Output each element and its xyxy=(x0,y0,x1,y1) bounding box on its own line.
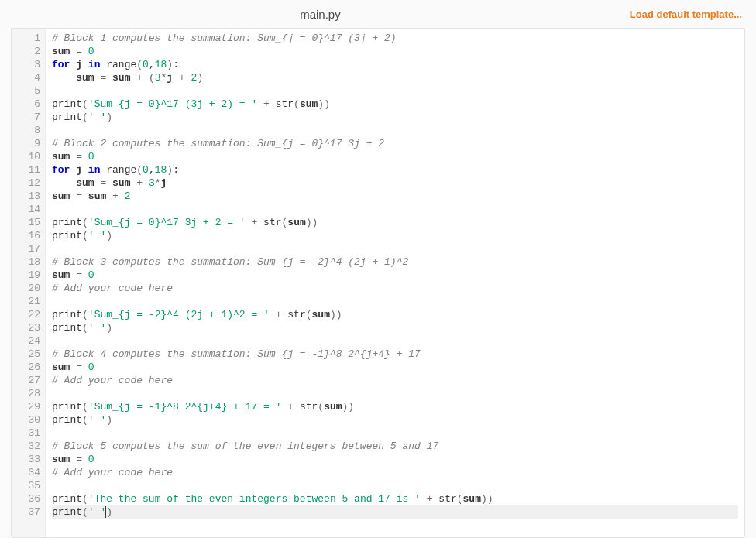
line-number: 37 xyxy=(19,505,40,519)
line-number: 32 xyxy=(19,440,40,453)
paren-token: ) xyxy=(167,164,173,176)
code-line[interactable] xyxy=(52,334,738,348)
line-number: 25 xyxy=(19,348,40,361)
code-line[interactable]: # Block 3 computes the summation: Sum_{j… xyxy=(52,255,738,269)
plain-token: : xyxy=(173,59,179,70)
code-line[interactable]: sum = 0 xyxy=(52,150,738,163)
paren-token: ( xyxy=(318,401,324,413)
code-line[interactable] xyxy=(52,124,738,137)
paren-token: ) xyxy=(106,230,112,242)
code-line[interactable]: print('The the sum of the even integers … xyxy=(52,492,738,505)
code-line[interactable]: # Block 1 computes the summation: Sum_{j… xyxy=(52,32,738,45)
paren-token: ( xyxy=(136,164,143,176)
line-number: 28 xyxy=(19,387,40,400)
func-token: print xyxy=(52,309,82,320)
code-line[interactable]: # Block 2 computes the summation: Sum_{j… xyxy=(52,137,738,150)
line-number: 29 xyxy=(19,400,40,413)
op-token: = xyxy=(76,151,82,163)
func-token: print xyxy=(52,493,82,505)
comment-token: # Block 3 computes the summation: Sum_{j… xyxy=(52,256,408,268)
line-number: 31 xyxy=(19,427,40,440)
line-number: 11 xyxy=(19,163,40,176)
code-line[interactable] xyxy=(52,427,738,440)
builtin-token: str xyxy=(438,493,456,505)
code-line[interactable]: print('Sum_{j = 0}^17 3j + 2 = ' + str(s… xyxy=(52,216,738,229)
code-line[interactable] xyxy=(52,387,738,400)
keyword-token: in xyxy=(88,59,101,70)
builtin-token: range xyxy=(106,59,136,70)
plain-token xyxy=(106,177,112,189)
code-line[interactable]: sum = 0 xyxy=(52,453,738,466)
keyword-token: for xyxy=(52,164,70,176)
number-token: 0 xyxy=(88,454,94,465)
code-line[interactable]: # Block 5 computes the sum of the even i… xyxy=(52,440,738,453)
code-line[interactable]: sum = 0 xyxy=(52,269,738,282)
code-line[interactable]: print('Sum_{j = 0}^17 (3j + 2) = ' + str… xyxy=(52,98,738,111)
code-line[interactable]: print('Sum_{j = -1}^8 2^{j+4} + 17 = ' +… xyxy=(52,400,738,413)
code-line[interactable]: for j in range(0,18): xyxy=(52,58,738,71)
app-container: main.py Load default template... 1234567… xyxy=(0,0,756,538)
paren-token: ( xyxy=(82,111,88,123)
code-editor[interactable]: 1234567891011121314151617181920212223242… xyxy=(12,29,744,537)
comment-token: # Block 5 computes the sum of the even i… xyxy=(52,440,438,452)
code-line[interactable]: for j in range(0,18): xyxy=(52,163,738,176)
string-token: ' ' xyxy=(88,322,106,334)
code-line[interactable]: print(' ') xyxy=(52,321,738,334)
variable-token: sum xyxy=(312,309,330,320)
code-line[interactable] xyxy=(52,242,738,255)
variable-token: j xyxy=(161,177,167,189)
code-line[interactable]: sum = sum + 2 xyxy=(52,190,738,203)
code-line[interactable]: # Add your code here xyxy=(52,282,738,295)
plain-token xyxy=(82,151,88,163)
builtin-token: str xyxy=(287,309,305,320)
builtin-token: str xyxy=(300,401,318,413)
code-line[interactable]: print(' ') xyxy=(52,229,738,242)
code-line[interactable]: sum = 0 xyxy=(52,45,738,58)
line-number: 4 xyxy=(19,71,40,84)
code-line[interactable]: print('Sum_{j = -2}^4 (2j + 1)^2 = ' + s… xyxy=(52,308,738,321)
plain-token: : xyxy=(173,164,179,176)
comment-token: # Block 4 computes the summation: Sum_{j… xyxy=(52,348,421,360)
code-line[interactable]: print(' ') xyxy=(52,505,738,519)
number-token: 0 xyxy=(88,362,94,373)
plain-token xyxy=(106,190,112,202)
load-template-link[interactable]: Load default template... xyxy=(630,9,745,20)
paren-token: ( xyxy=(82,230,88,242)
plain-token xyxy=(421,493,427,505)
comment-token: # Add your code here xyxy=(52,467,173,478)
plain-token xyxy=(173,72,179,84)
code-content[interactable]: # Block 1 computes the summation: Sum_{j… xyxy=(46,29,744,537)
code-line[interactable]: # Block 4 computes the summation: Sum_{j… xyxy=(52,348,738,361)
code-line[interactable]: # Add your code here xyxy=(52,374,738,387)
code-line[interactable]: sum = sum + 3*j xyxy=(52,176,738,190)
paren-token: ( xyxy=(149,72,155,84)
op-token: = xyxy=(76,454,82,465)
line-number: 36 xyxy=(19,492,40,505)
comment-token: # Add your code here xyxy=(52,375,173,386)
code-line[interactable]: sum = sum + (3*j + 2) xyxy=(52,71,738,84)
keyword-token: for xyxy=(52,59,70,70)
line-number: 9 xyxy=(19,137,40,150)
code-line[interactable]: print(' ') xyxy=(52,111,738,124)
line-number: 27 xyxy=(19,374,40,387)
line-number-gutter: 1234567891011121314151617181920212223242… xyxy=(12,29,46,537)
line-number: 33 xyxy=(19,453,40,466)
plain-token xyxy=(294,401,300,413)
variable-token: sum xyxy=(324,401,342,413)
variable-token: j xyxy=(76,164,82,176)
line-number: 3 xyxy=(19,58,40,71)
code-line[interactable]: # Add your code here xyxy=(52,466,738,479)
code-line[interactable] xyxy=(52,295,738,308)
paren-token: ( xyxy=(457,493,463,505)
code-line[interactable] xyxy=(52,84,738,98)
code-line[interactable]: print(' ') xyxy=(52,413,738,427)
code-line[interactable] xyxy=(52,203,738,216)
line-number: 10 xyxy=(19,150,40,163)
code-line[interactable]: sum = 0 xyxy=(52,361,738,374)
paren-token: ) xyxy=(106,111,112,123)
variable-token: sum xyxy=(52,46,70,57)
plain-token xyxy=(82,362,88,373)
code-line[interactable] xyxy=(52,479,738,492)
func-token: print xyxy=(52,217,82,228)
variable-token: sum xyxy=(88,190,106,202)
